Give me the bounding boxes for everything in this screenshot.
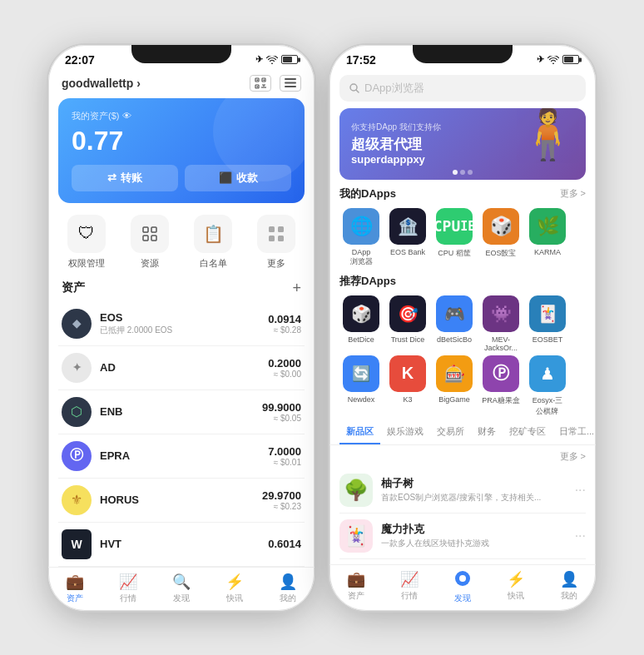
tab-daily[interactable]: 日常工...	[552, 420, 596, 444]
asset-info-eos: EOS 已抵押 2.0000 EOS	[100, 311, 268, 336]
whitelist-label: 白名单	[200, 257, 227, 270]
molipuke-info: 魔力扑克 一款多人在线区块链扑克游戏	[381, 522, 575, 549]
banner-dots	[453, 170, 473, 175]
rec-item-k3[interactable]: K K3	[386, 355, 429, 417]
balance-actions: ⇄ 转账 ⬛ 收款	[72, 165, 291, 191]
dapp-item-eosbank[interactable]: 🏦 EOS Bank	[386, 208, 429, 267]
molipuke-desc: 一款多人在线区块链扑克游戏	[381, 538, 575, 549]
tab-new[interactable]: 新品区	[339, 420, 380, 444]
eye-icon[interactable]: 👁	[122, 111, 131, 121]
eosyx-icon: ♟	[529, 355, 566, 392]
list-item[interactable]: 🃏 魔力扑克 一款多人在线区块链扑克游戏 ···	[339, 514, 586, 559]
table-row[interactable]: ⚜ HORUS 29.9700 ≈ $0.23	[58, 479, 305, 523]
rec-item-newdex[interactable]: 🔄 Newdex	[339, 355, 383, 417]
assets-add-button[interactable]: +	[292, 280, 301, 297]
dapp-item-sbo[interactable]: 🎲 EOS骰宝	[479, 208, 523, 267]
my-dapps-more[interactable]: 更多 >	[560, 187, 586, 200]
resources-icon	[131, 215, 169, 253]
svg-rect-12	[285, 86, 296, 87]
nav-item-news-2[interactable]: ⚡ 快讯	[489, 570, 542, 604]
hvt-icon: W	[62, 529, 92, 559]
pra-icon: Ⓟ	[483, 355, 519, 392]
yuzishu-more: ···	[575, 483, 586, 498]
tab-entertainment[interactable]: 娱乐游戏	[380, 420, 430, 444]
resources-svg	[141, 225, 159, 243]
airplane-icon: ✈	[255, 54, 263, 65]
nav-item-assets-1[interactable]: 💼 资产	[48, 573, 102, 604]
tab-exchange[interactable]: 交易所	[430, 420, 471, 444]
nav-item-market-1[interactable]: 📈 行情	[102, 573, 155, 604]
nav-item-profile-1[interactable]: 👤 我的	[261, 573, 315, 604]
dapp-item-browser[interactable]: 🌐 DApp 浏览器	[339, 208, 383, 267]
phone1-content: goodwallettp ›	[48, 72, 315, 611]
quick-action-1[interactable]: 资源	[131, 215, 169, 270]
molipuke-name: 魔力扑克	[381, 522, 575, 537]
nav-item-discover-1[interactable]: 🔍 发现	[155, 573, 208, 604]
quick-action-3[interactable]: 更多	[257, 215, 295, 270]
grid-icon-btn[interactable]	[280, 75, 301, 92]
quick-action-2[interactable]: 📋 白名单	[194, 215, 232, 270]
nav-item-market-2[interactable]: 📈 行情	[383, 570, 436, 604]
banner-figure: 🧍	[517, 108, 579, 163]
yuzishu-name: 柚子树	[381, 476, 575, 491]
scan-icon-btn[interactable]	[250, 75, 271, 92]
more-label: 更多	[267, 257, 285, 270]
rec-item-mev[interactable]: 👾 MEV- JacksOr...	[479, 295, 523, 352]
assets-nav-icon-2: 💼	[347, 570, 365, 588]
table-row[interactable]: ⬡ ENB 99.9000 ≈ $0.05	[58, 390, 305, 434]
search-bar[interactable]: DApp浏览器	[339, 75, 586, 102]
market-nav-icon: 📈	[119, 573, 137, 591]
tab-mining[interactable]: 挖矿专区	[503, 420, 552, 444]
my-dapps-title: 我的DApps	[339, 186, 396, 201]
nav-item-news-1[interactable]: ⚡ 快讯	[208, 573, 261, 604]
nav-item-discover-2[interactable]: 发现	[436, 570, 489, 604]
eos-icon: ◆	[62, 309, 92, 339]
balance-card: 我的资产($) 👁 0.77 ⇄ 转账 ⬛ 收款	[58, 98, 305, 203]
banner[interactable]: 你支持DApp 我们支持你 超级君代理 superdapppxy 🧍	[339, 108, 586, 180]
time-1: 22:07	[65, 53, 95, 67]
svg-rect-17	[269, 226, 275, 232]
dapp-item-cpu[interactable]: CPUIE CPU 稻筐	[433, 208, 476, 267]
tab-finance[interactable]: 财务	[471, 420, 503, 444]
airplane-icon-2: ✈	[537, 54, 544, 65]
rec-item-eosbet[interactable]: 🃏 EOSBET	[526, 295, 569, 352]
rec-item-eosyx[interactable]: ♟ Eosyx-三 公棋牌	[526, 355, 569, 417]
nav-item-profile-2[interactable]: 👤 我的	[542, 570, 596, 604]
rec-item-pra[interactable]: Ⓟ PRA糖果盒	[479, 355, 523, 417]
table-row[interactable]: Ⓟ EPRA 7.0000 ≈ $0.01	[58, 434, 305, 479]
receive-button[interactable]: ⬛ 收款	[185, 165, 291, 191]
wallet-name[interactable]: goodwallettp ›	[62, 77, 141, 90]
rec-item-trust[interactable]: 🎯 Trust Dice	[386, 295, 429, 352]
new-apps-header: 更多 >	[339, 450, 586, 463]
assets-title: 资产	[62, 280, 85, 295]
yuzishu-info: 柚子树 首款EOS制户浏览器/搜索引擎，支持相关...	[381, 476, 575, 504]
dapp-item-karma[interactable]: 🌿 KARMA	[526, 208, 569, 267]
quick-action-0[interactable]: 🛡 权限管理	[67, 215, 106, 270]
eosbet-icon: 🃏	[529, 295, 566, 332]
asset-sub-eos: 已抵押 2.0000 EOS	[100, 325, 268, 336]
list-item[interactable]: 🌳 柚子树 首款EOS制户浏览器/搜索引擎，支持相关... ···	[339, 468, 586, 514]
rec-item-dbetsicbo[interactable]: 🎮 dBetSicBo	[433, 295, 476, 352]
new-apps-more[interactable]: 更多 >	[560, 450, 586, 463]
svg-rect-19	[269, 236, 275, 241]
time-2: 17:52	[346, 53, 376, 67]
chevron-icon: ›	[136, 77, 141, 90]
bottom-nav-1: 💼 资产 📈 行情 🔍 发现 ⚡ 快讯 👤 我的	[48, 567, 315, 611]
table-row[interactable]: ✦ AD 0.2000 ≈ $0.00	[58, 346, 305, 390]
biggame-icon: 🎰	[436, 355, 473, 392]
betdice-icon: 🎲	[343, 295, 379, 332]
news-nav-icon: ⚡	[225, 573, 244, 591]
rec-item-biggame[interactable]: 🎰 BigGame	[433, 355, 476, 417]
karma-icon: 🌿	[529, 208, 566, 245]
transfer-button[interactable]: ⇄ 转账	[72, 165, 178, 191]
enb-icon: ⬡	[62, 397, 92, 427]
table-row[interactable]: W HVT 0.6014	[58, 523, 305, 567]
eosbank-icon: 🏦	[389, 208, 426, 245]
rec-item-betdice[interactable]: 🎲 BetDice	[339, 295, 383, 352]
nav-item-assets-2[interactable]: 💼 资产	[329, 570, 383, 604]
asset-name-ad: AD	[100, 361, 268, 374]
search-placeholder: DApp浏览器	[364, 81, 424, 96]
quick-actions: 🛡 权限管理 资源 📋 白名	[48, 203, 315, 276]
table-row[interactable]: ◆ EOS 已抵押 2.0000 EOS 0.0914 ≈ $0.28	[58, 302, 305, 346]
scene: 22:07 ✈ goodwallettp ›	[23, 20, 621, 636]
